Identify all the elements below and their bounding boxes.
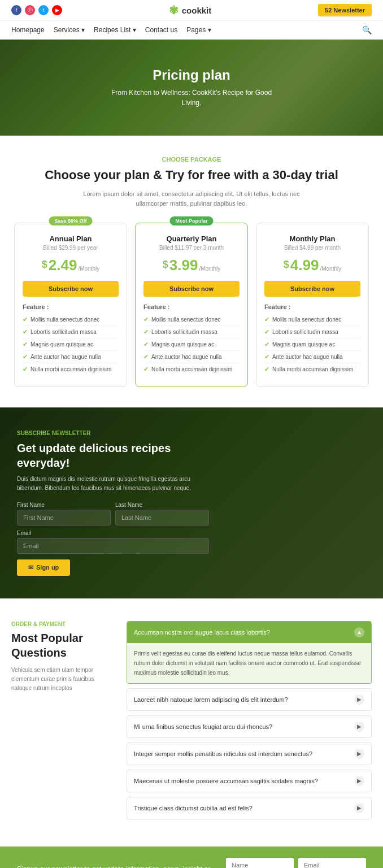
first-name-input[interactable] bbox=[17, 510, 111, 526]
quarterly-plan-name: Quarterly Plan bbox=[143, 235, 240, 243]
check-icon: ✔ bbox=[143, 353, 149, 361]
hero-subtitle: From Kitchen to Wellness: CookKit's Reci… bbox=[101, 88, 282, 108]
faq-question-2[interactable]: Laoreet nibh natoque lorem adipiscing di… bbox=[127, 689, 371, 710]
newsletter-section: Subscribe Newsletter Get update deliciou… bbox=[0, 407, 383, 598]
top-bar: f ⓒ t ▶ ✾ cookkit 52 Newsletter bbox=[0, 0, 383, 21]
quarterly-plan-card: Most Popular Quarterly Plan Billed $11.9… bbox=[135, 223, 248, 387]
faq-desc: Vehicula sem etiam ulam tempor elementum… bbox=[11, 666, 113, 693]
nav-homepage[interactable]: Homepage bbox=[11, 26, 45, 34]
youtube-icon[interactable]: ▶ bbox=[52, 5, 62, 15]
faq-question-text-4: Integer semper mollis penatibus ridiculu… bbox=[134, 750, 312, 757]
faq-question-6[interactable]: Tristique class dictumst cubilia ad est … bbox=[127, 797, 371, 819]
quarterly-price-value: 3.99 bbox=[169, 257, 198, 274]
hero-title: Pricing plan bbox=[101, 67, 282, 83]
search-icon[interactable]: 🔍 bbox=[362, 25, 372, 34]
check-icon: ✔ bbox=[23, 341, 28, 348]
faq-section: Order & Payment Most Popular Questions V… bbox=[0, 598, 383, 847]
monthly-feature-1: ✔Mollis nulla senectus donec bbox=[264, 314, 360, 326]
faq-question-5[interactable]: Maecenas ut molestie posuere accumsan sa… bbox=[127, 770, 371, 792]
faq-question-1[interactable]: Accumsan nostra orci augue lacus class l… bbox=[127, 622, 371, 643]
faq-question-text-2: Laoreet nibh natoque lorem adipiscing di… bbox=[134, 696, 288, 703]
faq-arrow-1: ▲ bbox=[354, 627, 364, 637]
nav-links: Homepage Services ▾ Recipes List ▾ Conta… bbox=[11, 26, 211, 34]
monthly-feature-2: ✔Lobortis sollicitudin massa bbox=[264, 326, 360, 338]
faq-question-3[interactable]: Mi urna finibus senectus feugiat arcu du… bbox=[127, 716, 371, 737]
newsletter-title: Get update delicious recipes everyday! bbox=[17, 441, 209, 470]
check-icon: ✔ bbox=[143, 316, 149, 323]
signup-button[interactable]: ✉ Sign up bbox=[17, 559, 70, 576]
monthly-feature-4: ✔Ante auctor hac augue nulla bbox=[264, 351, 360, 363]
nav-services[interactable]: Services ▾ bbox=[54, 26, 85, 34]
nav-contact[interactable]: Contact us bbox=[145, 26, 177, 34]
quarterly-price: $ 3.99 /Monthly bbox=[143, 257, 240, 274]
annual-dollar: $ bbox=[42, 259, 47, 271]
quarterly-features-label: Feature : bbox=[143, 303, 240, 310]
annual-features-list: ✔Mollis nulla senectus donec ✔Lobortis s… bbox=[23, 314, 119, 375]
faq-question-text-5: Maecenas ut molestie posuere accumsan sa… bbox=[134, 778, 318, 784]
quarterly-features-list: ✔Mollis nulla senectus donec ✔Lobortis s… bbox=[143, 314, 240, 375]
monthly-billed: Billed $4.99 per month bbox=[264, 245, 360, 251]
first-name-label: First Name bbox=[17, 502, 111, 508]
instagram-icon[interactable]: ⓒ bbox=[25, 5, 35, 15]
nav-pages[interactable]: Pages ▾ bbox=[186, 26, 211, 34]
cta-strip-text: Signup our newsletter to get update info… bbox=[17, 864, 215, 868]
hero-section: Pricing plan From Kitchen to Wellness: C… bbox=[0, 40, 383, 136]
monthly-plan-name: Monthly Plan bbox=[264, 235, 360, 243]
cta-inputs bbox=[226, 858, 366, 868]
newsletter-label: Subscribe Newsletter bbox=[17, 430, 209, 436]
annual-feature-5: ✔Nulla morbi accumsan dignissim bbox=[23, 363, 119, 375]
logo[interactable]: ✾ cookkit bbox=[169, 3, 212, 17]
annual-subscribe-btn[interactable]: Subscribe now bbox=[23, 281, 119, 297]
cta-strip-form: 52 Sign Up bbox=[226, 858, 366, 868]
faq-item-6: Tristique class dictumst cubilia ad est … bbox=[127, 797, 372, 819]
quarterly-feature-5: ✔Nulla morbi accumsan dignissim bbox=[143, 363, 240, 375]
email-input[interactable] bbox=[17, 538, 209, 554]
faq-arrow-5: ▶ bbox=[354, 776, 364, 786]
faq-item-4: Integer semper mollis penatibus ridiculu… bbox=[127, 743, 372, 765]
newsletter-inner: Subscribe Newsletter Get update deliciou… bbox=[17, 430, 209, 576]
pricing-title: Choose your plan & Try for free with a 3… bbox=[11, 167, 372, 184]
quarterly-feature-2: ✔Lobortis sollicitudin massa bbox=[143, 326, 240, 338]
pricing-cards: Save 50% Off Annual Plan Billed $29.99 p… bbox=[11, 223, 372, 387]
social-links: f ⓒ t ▶ bbox=[11, 5, 62, 15]
monthly-price-value: 4.99 bbox=[290, 257, 319, 274]
check-icon: ✔ bbox=[143, 366, 149, 373]
hero-content: Pricing plan From Kitchen to Wellness: C… bbox=[101, 67, 282, 108]
faq-item-5: Maecenas ut molestie posuere accumsan sa… bbox=[127, 770, 372, 792]
monthly-per: /Monthly bbox=[320, 266, 341, 272]
faq-arrow-4: ▶ bbox=[354, 749, 364, 759]
newsletter-button[interactable]: 52 Newsletter bbox=[318, 4, 372, 16]
cta-name-input[interactable] bbox=[226, 858, 294, 868]
annual-billed: Billed $29.99 per year bbox=[23, 245, 119, 251]
cta-strip: Signup our newsletter to get update info… bbox=[0, 847, 383, 868]
monthly-dollar: $ bbox=[284, 259, 289, 271]
monthly-plan-card: Monthly Plan Billed $4.99 per month $ 4.… bbox=[256, 223, 369, 387]
quarterly-badge: Most Popular bbox=[169, 216, 213, 225]
monthly-subscribe-btn[interactable]: Subscribe now bbox=[264, 281, 360, 297]
quarterly-per: /Monthly bbox=[199, 266, 220, 272]
check-icon: ✔ bbox=[23, 366, 28, 373]
faq-question-text-6: Tristique class dictumst cubilia ad est … bbox=[134, 805, 253, 811]
faq-arrow-6: ▶ bbox=[354, 803, 364, 813]
last-name-label: Last Name bbox=[115, 502, 209, 508]
check-icon: ✔ bbox=[264, 341, 269, 348]
monthly-feature-3: ✔Magnis quam quisque ac bbox=[264, 338, 360, 351]
pricing-label: Choose Package bbox=[11, 156, 372, 163]
cta-email-input[interactable] bbox=[298, 858, 366, 868]
twitter-icon[interactable]: t bbox=[38, 5, 49, 15]
faq-question-text-3: Mi urna finibus senectus feugiat arcu du… bbox=[134, 723, 272, 730]
annual-price: $ 2.49 /Monthly bbox=[23, 257, 119, 274]
monthly-feature-5: ✔Nulla morbi accumsan dignissim bbox=[264, 363, 360, 375]
last-name-input[interactable] bbox=[115, 510, 209, 526]
faq-right: Accumsan nostra orci augue lacus class l… bbox=[127, 621, 372, 824]
nav-recipes[interactable]: Recipes List ▾ bbox=[94, 26, 136, 34]
faq-question-4[interactable]: Integer semper mollis penatibus ridiculu… bbox=[127, 743, 371, 765]
faq-arrow-3: ▶ bbox=[354, 722, 364, 732]
faq-answer-1: Primis velit egestas eu curae dis eleife… bbox=[127, 643, 371, 683]
check-icon: ✔ bbox=[264, 353, 269, 361]
check-icon: ✔ bbox=[143, 341, 149, 348]
facebook-icon[interactable]: f bbox=[11, 5, 21, 15]
quarterly-subscribe-btn[interactable]: Subscribe now bbox=[143, 281, 240, 297]
quarterly-billed: Billed $11.97 per 3 month bbox=[143, 245, 240, 251]
quarterly-feature-3: ✔Magnis quam quisque ac bbox=[143, 338, 240, 351]
